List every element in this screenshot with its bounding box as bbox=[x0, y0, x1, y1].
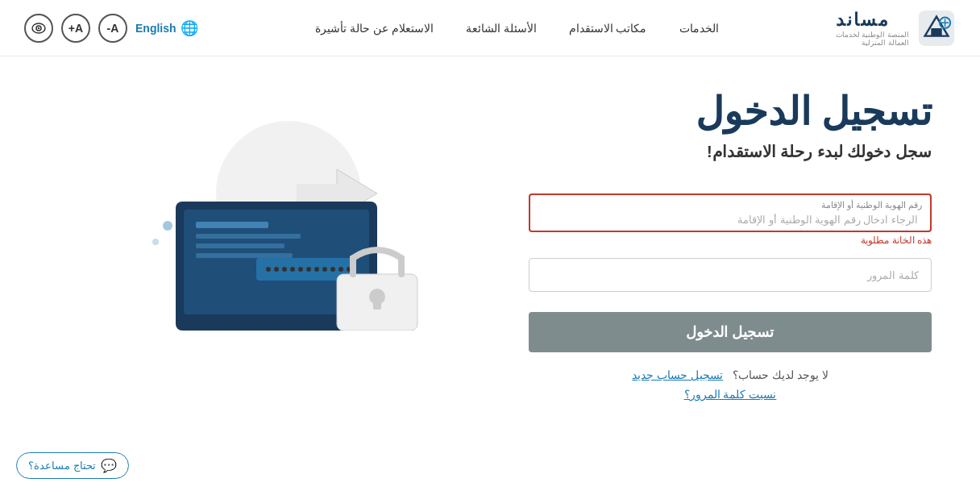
password-input[interactable] bbox=[529, 258, 932, 292]
eye-icon bbox=[31, 23, 46, 34]
svg-point-25 bbox=[338, 267, 343, 272]
login-illustration bbox=[103, 97, 442, 331]
vision-mode-button[interactable] bbox=[24, 14, 53, 43]
illustration-panel bbox=[48, 73, 496, 331]
svg-rect-11 bbox=[196, 222, 268, 228]
svg-rect-1 bbox=[931, 28, 941, 36]
logo-icon bbox=[917, 9, 956, 48]
logo: مساند المنصة الوطنية لخدماتالعمالة المنز… bbox=[836, 9, 956, 48]
nav-recruitment[interactable]: مكاتب الاستقدام bbox=[569, 22, 647, 35]
help-button[interactable]: 💬 تحتاج مساعدة؟ bbox=[16, 452, 129, 479]
chat-icon: 💬 bbox=[101, 458, 117, 473]
svg-rect-29 bbox=[373, 298, 381, 310]
id-input[interactable] bbox=[529, 193, 932, 232]
nav-faq[interactable]: الأسئلة الشائعة bbox=[466, 22, 537, 35]
svg-point-31 bbox=[152, 239, 159, 245]
svg-point-19 bbox=[290, 267, 295, 272]
login-panel: تسجيل الدخول سجل دخولك لبدء رحلة الاستقد… bbox=[529, 73, 932, 401]
header-controls: 🌐 English A- A+ bbox=[24, 14, 198, 43]
increase-font-button[interactable]: A+ bbox=[61, 14, 90, 43]
svg-point-21 bbox=[306, 267, 311, 272]
logo-name: مساند bbox=[836, 10, 890, 31]
form-links: لا يوجد لديك حساب؟ تسجيل حساب جديد نسيت … bbox=[529, 368, 932, 401]
svg-point-16 bbox=[266, 267, 271, 272]
login-form: رقم الهوية الوطنية أو الإقامة هذه الخانة… bbox=[529, 193, 932, 401]
help-label: تحتاج مساعدة؟ bbox=[28, 460, 96, 472]
no-account-text: لا يوجد لديك حساب؟ تسجيل حساب جديد bbox=[529, 368, 932, 381]
main-content: تسجيل الدخول سجل دخولك لبدء رحلة الاستقد… bbox=[0, 56, 980, 484]
forgot-password-link[interactable]: نسيت كلمة المرور؟ bbox=[529, 388, 932, 401]
language-label: English bbox=[135, 22, 176, 35]
language-toggle[interactable]: 🌐 English bbox=[135, 19, 198, 37]
svg-point-17 bbox=[274, 267, 279, 272]
id-input-wrapper: رقم الهوية الوطنية أو الإقامة bbox=[529, 193, 932, 232]
svg-point-18 bbox=[282, 267, 287, 272]
svg-point-5 bbox=[38, 27, 39, 28]
password-field-group bbox=[529, 258, 932, 292]
register-link[interactable]: تسجيل حساب جديد bbox=[632, 368, 723, 381]
id-error-message: هذه الخانة مطلوبة bbox=[529, 235, 932, 246]
main-nav: الخدمات مكاتب الاستقدام الأسئلة الشائعة … bbox=[198, 22, 836, 35]
header: مساند المنصة الوطنية لخدماتالعمالة المنز… bbox=[0, 0, 980, 56]
svg-rect-13 bbox=[196, 243, 284, 248]
svg-point-24 bbox=[330, 267, 335, 272]
svg-rect-8 bbox=[297, 184, 341, 203]
svg-rect-12 bbox=[196, 234, 301, 239]
decrease-font-button[interactable]: A- bbox=[98, 14, 127, 43]
globe-icon: 🌐 bbox=[181, 19, 198, 37]
logo-subtext: المنصة الوطنية لخدماتالعمالة المنزلية bbox=[836, 31, 909, 47]
svg-point-23 bbox=[322, 267, 327, 272]
login-button[interactable]: تسجيل الدخول bbox=[529, 312, 932, 352]
logo-text: مساند المنصة الوطنية لخدماتالعمالة المنز… bbox=[836, 10, 909, 47]
svg-point-30 bbox=[163, 221, 172, 231]
nav-visa-status[interactable]: الاستعلام عن حالة تأشيرة bbox=[315, 22, 434, 35]
svg-point-22 bbox=[314, 267, 319, 272]
id-field-group: رقم الهوية الوطنية أو الإقامة هذه الخانة… bbox=[529, 193, 932, 246]
svg-rect-14 bbox=[196, 253, 293, 258]
svg-point-20 bbox=[298, 267, 303, 272]
login-subtitle: سجل دخولك لبدء رحلة الاستقدام! bbox=[529, 142, 932, 161]
login-title: تسجيل الدخول bbox=[529, 89, 932, 134]
nav-services[interactable]: الخدمات bbox=[679, 22, 719, 35]
